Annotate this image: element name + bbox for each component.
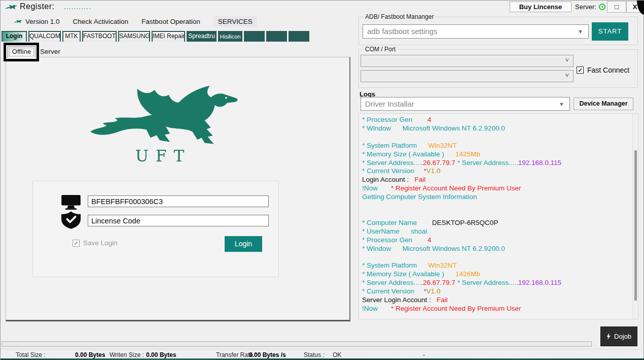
license-code-input[interactable] [88,215,269,226]
log-line: * Window Microsoft Windows NT 6.2.9200.0 [362,124,631,133]
adb-group-label: ADB/ Fastboot Mananger [363,13,436,20]
fast-connect-checkbox[interactable]: ✓ Fast Connect [577,66,629,74]
log-line: * Processor Gen 4 [362,116,631,124]
log-line: Getting Computer System Information [362,193,631,202]
tab-mtk[interactable]: MTK [62,31,81,42]
chevron-down-icon: ▼ [578,28,583,35]
start-button[interactable]: START [592,22,628,41]
log-line: * System Platform Win32NT [362,261,631,270]
login-form-box: ✓ Save Login Login [32,181,279,277]
tab-qualcom[interactable]: QUALCOM [28,31,61,42]
tab-spreadtru[interactable]: Spreadtru [187,31,217,42]
progress-bar [2,341,592,347]
server-status-icon [599,4,605,10]
log-line: * Memory Size ( Available ) 1426Mb [362,270,631,279]
save-login-check-icon: ✓ [73,240,80,247]
log-output: * Processor Gen 4* Window Microsoft Wind… [359,113,638,319]
chevron-down-icon: ▼ [559,101,564,107]
written-size-value: 0.00 Bytes [146,351,176,358]
tab-imei-repair[interactable]: IMEI Repair [152,31,185,42]
scrollbar-thumb[interactable] [634,150,637,301]
login-tab-page: UFT ✓ Save Login Login [6,57,350,321]
log-line: !Now * Register Account Need By Premium … [362,184,631,193]
register-label: Register: [20,2,55,11]
log-line: * Computer Name DESKTOP-6R5QC0P [362,219,631,227]
chevron-down-icon: ˅ [565,56,569,64]
save-login-label: Save Login [83,239,118,247]
log-line [362,202,631,210]
status-dash: - [423,351,425,358]
hwid-input[interactable] [88,195,269,207]
log-line: * Server Address.....26.67.79.7 * Server… [362,279,631,287]
logo-text: UFT [82,147,244,165]
log-line: * Window Microsoft Windows NT 6.2.9200.0 [362,245,631,253]
transfer-rate-value: 0.00 Bytes /s [249,351,286,358]
com-port-combo-2[interactable]: ˅ [361,70,574,82]
log-line: !Now * Register Account Need By Premium … [362,305,631,313]
log-line: * Current Version *V1.0 [362,167,631,176]
log-line: * System Platform Win32NT [362,142,631,150]
menu-item-services[interactable]: SERVICES [213,16,257,27]
shield-check-icon [61,211,81,229]
app-window: Register: ........... Buy Lincense Serve… [0,0,644,360]
fast-connect-check-icon: ✓ [577,67,584,74]
com-port-combo-1[interactable]: ˅ [361,55,574,67]
driver-installer-combo[interactable]: Driver Installar ▼ [361,97,570,111]
tab-samsung[interactable]: SAMSUNG [118,31,150,42]
log-line [362,133,631,142]
register-dots: ........... [64,3,91,11]
fast-connect-label: Fast Connect [587,66,629,74]
menu-item-version-1-0[interactable]: Version 1.0 [25,18,60,25]
tab-hisilicon[interactable]: Hisilicon [218,31,242,42]
save-login-checkbox[interactable]: ✓ Save Login [73,239,118,247]
dojob-label: Dojob [614,333,631,340]
log-scrollbar [632,114,638,319]
log-line: Login Account : Fail [362,176,631,184]
dragon-app-icon [5,2,17,12]
tab-blank-9[interactable] [266,31,287,42]
tab-login[interactable]: Login [2,31,27,42]
main-tabs: LoginQUALCOMMTKFASTBOOTSAMSUNGIMEI Repai… [2,31,309,42]
maximize-button[interactable]: □ [607,1,626,13]
log-line: * Current Version *V1.0 [362,287,631,296]
buy-license-button[interactable]: Buy Lincense [510,2,571,12]
monitor-icon [60,194,82,210]
log-line [362,253,631,262]
total-size-value: 0.00 Bytes [75,351,105,358]
dojob-button[interactable]: Dojob [600,326,637,346]
annotation-highlight-box [4,43,39,61]
total-size-label: Total Size : [16,351,46,358]
status-value: OK [333,351,341,358]
log-line: * Processor Gen 4 [362,236,631,245]
dragon-logo [86,79,239,147]
statusbar: Total Size : 0.00 Bytes Writen Size : 0.… [1,349,644,358]
log-line: * Server Address.....26.67.79.7 * Server… [362,159,631,168]
titlebar: Register: ........... Buy Lincense Serve… [1,1,644,14]
tab-blank-8[interactable] [244,31,265,42]
lightning-icon [606,333,611,340]
log-line: * Memory Size ( Available ) 1425Mb [362,150,631,159]
adb-combo-value: adb fastboot settings [367,27,437,36]
server-label: Server: [575,3,596,11]
device-manager-button[interactable]: Device Manager [574,97,633,110]
menubar: Version 1.0Check ActivicationFastboot Op… [14,16,257,27]
tab-server[interactable]: Server [38,48,62,57]
dragon-menu-icon [14,18,22,25]
tab-blank-10[interactable] [289,31,309,42]
log-line: * UserName shoai [362,227,631,236]
log-line [362,210,631,219]
status-label: Status : [304,351,325,358]
log-line: Server Login Account : Fail [362,296,631,305]
login-button[interactable]: Login [225,236,262,252]
driver-combo-value: Driver Installar [365,100,414,108]
menu-item-check-activication[interactable]: Check Activication [73,18,129,25]
written-size-label: Writen Size : [110,351,144,358]
tab-fastboot[interactable]: FASTBOOT [82,31,117,42]
menu-item-fastboot-operation[interactable]: Fastboot Operation [141,18,200,25]
chevron-down-icon: ˅ [565,72,569,79]
com-group-label: COM / Port [363,46,398,53]
log-lines: * Processor Gen 4* Window Microsoft Wind… [362,116,631,313]
adb-settings-combo[interactable]: adb fastboot settings ▼ [363,24,589,39]
